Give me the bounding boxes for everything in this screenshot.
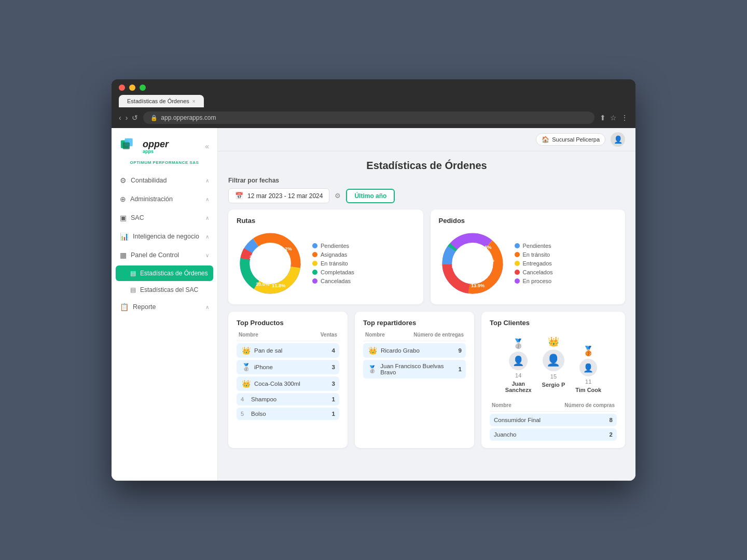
podium-item-third: 🥉 👤 11 Tim Cook [575, 345, 601, 393]
rutas-chart-title: Rutas [237, 217, 415, 225]
chevron-down-icon: ∨ [205, 253, 209, 258]
top-bar: 🏠 Sucursal Pelicerpa 👤 [218, 128, 635, 151]
item-value: 1 [332, 411, 335, 417]
rank-num: 5 [241, 411, 248, 417]
sidebar-item-reporte[interactable]: 📋 Reporte ∧ [112, 298, 217, 316]
legend-pendientes-p: Pendientes [523, 243, 551, 249]
gold-crown-icon: 👑 [548, 336, 559, 347]
reporte-icon: 📋 [120, 303, 129, 311]
sidebar-item-label: Contabilidad [131, 177, 167, 184]
tab-close-icon[interactable]: × [192, 99, 196, 104]
sidebar-item-panel[interactable]: ▦ Panel de Control ∨ [112, 246, 217, 264]
settings-icon[interactable]: ⚙ [335, 192, 341, 200]
item-name: Shampoo [251, 396, 276, 402]
logo-text: opper [143, 139, 169, 149]
silver-crown-icon: 🥈 [513, 338, 524, 349]
rutas-donut: 41.2% 23.5% 20.0% 11.8% [237, 230, 304, 297]
svg-text:54.3%: 54.3% [451, 264, 465, 269]
url-bar[interactable]: 🔒 app.opperapps.com [143, 111, 594, 124]
estadisticas-sac-icon: ▤ [130, 286, 136, 293]
rank-icon: 👑 [367, 346, 378, 355]
col-compras: Número de compras [564, 402, 615, 408]
top-clientes-title: Top Clientes [490, 319, 617, 327]
list-item: 🥈 Juan Francisco Buelvas Bravo 1 [363, 360, 466, 379]
podium-item-second: 🥈 👤 14 JuanSanchezx [505, 338, 532, 393]
client-count: 8 [610, 417, 613, 423]
sidebar-item-inteligencia[interactable]: 📊 Inteligencia de negocio ∧ [112, 227, 217, 246]
charts-row: Rutas [218, 209, 635, 312]
item-name: iPhone [254, 364, 273, 370]
svg-text:41.2%: 41.2% [278, 246, 292, 251]
top-repartidores-card: Top repartidores Nombre Número de entreg… [355, 312, 474, 448]
item-name: Coca-Cola 300ml [254, 381, 300, 387]
forward-icon[interactable]: › [126, 114, 128, 122]
sidebar-item-administracion[interactable]: ⊕ Administración ∧ [112, 190, 217, 208]
contabilidad-icon: ⚙ [120, 176, 127, 185]
legend-entregados: Entregados [523, 260, 552, 267]
filter-label: Filtrar por fechas [228, 177, 625, 184]
ultimo-ano-button[interactable]: Último año [346, 189, 395, 203]
sidebar-item-label: Panel de Control [131, 251, 179, 259]
top-productos-card: Top Productos Nombre Ventas 👑 Pan de sal… [228, 312, 348, 448]
sidebar-item-label: Administración [130, 195, 173, 203]
sidebar-menu: ⚙ Contabilidad ∧ ⊕ Administración ∧ ▣ [112, 171, 217, 481]
item-value: 1 [459, 366, 462, 372]
bottom-row: Top Productos Nombre Ventas 👑 Pan de sal… [218, 312, 635, 455]
svg-text:20.0%: 20.0% [256, 282, 269, 287]
sidebar: opper apps « OPTIMUM PERFORMANCE SAS ⚙ C… [112, 128, 218, 481]
sidebar-item-sac[interactable]: ▣ SAC ∧ [112, 208, 217, 227]
list-item: Consumidor Final 8 [490, 414, 617, 426]
col-ventas: Ventas [321, 332, 337, 338]
date-range-picker[interactable]: 📅 12 mar 2023 - 12 mar 2024 [228, 188, 329, 203]
list-item: 👑 Pan de sal 4 [237, 343, 339, 358]
share-icon[interactable]: ⬆ [600, 114, 606, 122]
window-minimize-dot[interactable] [129, 85, 135, 91]
podium-count: 15 [550, 373, 557, 380]
sidebar-subitem-label: Estadísticas del SAC [140, 286, 198, 293]
rank-icon: 🥈 [241, 363, 251, 371]
reload-icon[interactable]: ↺ [132, 114, 138, 122]
rutas-chart-card: Rutas [228, 209, 423, 304]
date-range-text: 12 mar 2023 - 12 mar 2024 [247, 192, 323, 200]
rutas-legend: Pendientes Asignadas En tránsito Complet… [312, 243, 354, 284]
svg-text:11.8%: 11.8% [272, 283, 285, 288]
podium: 🥈 👤 14 JuanSanchezx 👑 👤 15 Sergio P [490, 332, 617, 397]
rank-icon: 👑 [241, 346, 251, 355]
list-item: 👑 Ricardo Grabo 9 [363, 343, 466, 358]
sidebar-subitem-estadisticas-ordenes[interactable]: ▤ Estadísticas de Órdenes [116, 265, 213, 281]
calendar-icon: 📅 [235, 192, 243, 200]
user-icon: 👤 [614, 135, 622, 144]
podium-count: 14 [515, 372, 521, 379]
sidebar-item-contabilidad[interactable]: ⚙ Contabilidad ∧ [112, 171, 217, 190]
rank-icon: 🥈 [367, 365, 377, 373]
filter-section: Filtrar por fechas 📅 12 mar 2023 - 12 ma… [218, 177, 635, 209]
sidebar-item-label: SAC [131, 214, 144, 221]
menu-icon[interactable]: ⋮ [621, 114, 628, 122]
logo-icon [120, 136, 140, 156]
podium-name: Sergio P [542, 382, 565, 388]
item-name: Juan Francisco Buelvas Bravo [380, 363, 458, 375]
page-title: Estadísticas de Órdenes [218, 151, 635, 177]
sidebar-subitem-estadisticas-sac[interactable]: ▤ Estadísticas del SAC [112, 282, 217, 298]
podium-item-first: 👑 👤 15 Sergio P [542, 336, 565, 388]
back-icon[interactable]: ‹ [119, 114, 121, 122]
sidebar-collapse-btn[interactable]: « [205, 142, 209, 150]
bookmark-icon[interactable]: ☆ [610, 114, 617, 122]
item-value: 3 [332, 381, 335, 387]
user-avatar-btn[interactable]: 👤 [611, 132, 625, 147]
window-maximize-dot[interactable] [140, 85, 146, 91]
lock-icon: 🔒 [150, 115, 158, 121]
url-text: app.opperapps.com [161, 114, 216, 121]
sidebar-item-label: Reporte [133, 303, 156, 311]
window-close-dot[interactable] [119, 85, 125, 91]
browser-tab[interactable]: Estadísticas de Órdenes × [119, 95, 204, 107]
rank-num: 4 [241, 396, 248, 402]
avatar: 👤 [579, 359, 597, 376]
svg-text:13.9%: 13.9% [471, 283, 484, 288]
item-value: 9 [459, 347, 462, 354]
legend-cancelados: Cancelados [523, 269, 553, 275]
legend-pendientes: Pendientes [321, 243, 349, 249]
legend-canceladas: Canceladas [321, 278, 351, 284]
branch-label: Sucursal Pelicerpa [552, 136, 600, 143]
col-entregas: Número de entregas [413, 332, 464, 338]
